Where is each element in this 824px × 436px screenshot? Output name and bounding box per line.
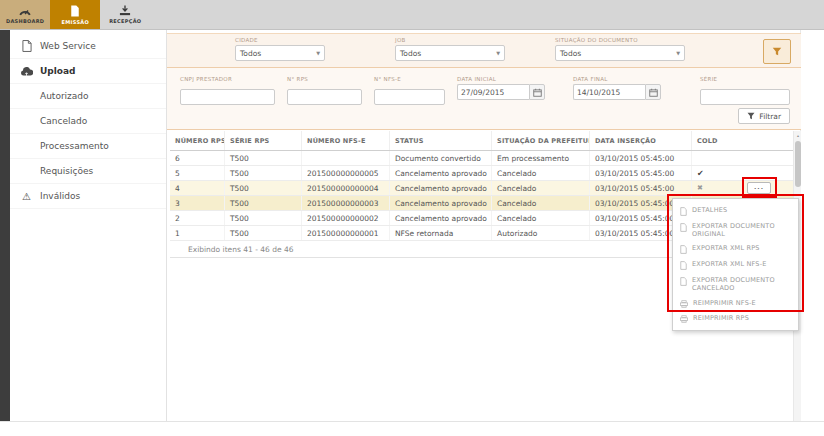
cell-situacao-prefeitura: Cancelado xyxy=(492,196,590,210)
sidebar-item-label: Web Service xyxy=(40,41,96,51)
col-serie-rps: SÉRIE RPS xyxy=(225,131,302,150)
cell-status: Cancelamento aprovado xyxy=(390,211,492,225)
cold-check-icon: ✔ xyxy=(692,166,793,180)
table-row[interactable]: 4 T500 201500000000004 Cancelamento apro… xyxy=(170,181,793,196)
cell-data-insercao: 03/10/2015 05:45:00 xyxy=(590,166,692,180)
table-header: NÚMERO RPS SÉRIE RPS NÚMERO NFS-E STATUS… xyxy=(170,131,793,151)
situacao-documento-label: SITUAÇÃO DO DOCUMENTO xyxy=(555,37,685,43)
job-select[interactable]: Todos ▼ xyxy=(395,45,505,61)
cnpj-prestador-label: CNPJ PRESTADOR xyxy=(180,76,275,82)
sidebar-item-autorizado[interactable]: Autorizado xyxy=(10,84,166,109)
cell-data-insercao: 03/10/2015 05:45:00 xyxy=(590,181,692,195)
cell-cold xyxy=(692,151,793,165)
cell-numero-nfse xyxy=(302,151,390,165)
tab-emissao[interactable]: EMISSÃO xyxy=(50,0,100,29)
table-row[interactable]: 6 T500 Documento convertido Em processam… xyxy=(170,151,793,166)
numero-rps-input[interactable] xyxy=(287,89,362,105)
warning-icon: ⚠ xyxy=(20,191,33,202)
cidade-select[interactable]: Todos ▼ xyxy=(235,45,325,61)
sidebar-item-upload[interactable]: Upload xyxy=(10,59,166,84)
nfse-app: DASHBOARD EMISSÃO RECEPÇÃO Web Service U… xyxy=(0,0,824,436)
situacao-documento-select[interactable]: Todos ▼ xyxy=(555,45,685,61)
filter-panel: CNPJ PRESTADOR N° RPS N° NFS-E DATA INIC… xyxy=(167,68,801,130)
app-bottom-border xyxy=(0,421,824,422)
job-select-value: Todos xyxy=(400,49,421,58)
col-situacao-prefeitura: SITUAÇÃO DA PREFEITURA xyxy=(492,131,590,150)
cell-situacao-prefeitura: Cancelado xyxy=(492,181,590,195)
left-edge-strip xyxy=(0,30,10,421)
cell-numero-rps: 2 xyxy=(170,211,225,225)
numero-nfse-input[interactable] xyxy=(374,89,445,105)
cidade-field: CIDADE Todos ▼ xyxy=(235,37,325,61)
sidebar-item-label: Processamento xyxy=(40,141,109,151)
tab-dashboard[interactable]: DASHBOARD xyxy=(0,0,50,29)
main-content: CIDADE Todos ▼ JOB Todos ▼ SITUAÇÃO DO D… xyxy=(167,30,801,421)
document-icon xyxy=(680,261,687,270)
filter-strip: CIDADE Todos ▼ JOB Todos ▼ SITUAÇÃO DO D… xyxy=(167,33,801,68)
cidade-select-value: Todos xyxy=(240,49,261,58)
menu-item-exportar-xml-rps[interactable]: EXPORTAR XML RPS xyxy=(673,241,798,257)
situacao-documento-field: SITUAÇÃO DO DOCUMENTO Todos ▼ xyxy=(555,37,685,61)
col-status: STATUS xyxy=(390,131,492,150)
cell-numero-rps: 3 xyxy=(170,196,225,210)
row-context-menu: DETALHES EXPORTAR DOCUMENTO ORIGINAL EXP… xyxy=(672,198,799,331)
file-icon xyxy=(20,40,33,52)
cnpj-prestador-input[interactable] xyxy=(180,89,275,105)
cell-serie-rps: T500 xyxy=(225,211,302,225)
topbar: DASHBOARD EMISSÃO RECEPÇÃO xyxy=(0,0,824,30)
sidebar-item-web-service[interactable]: Web Service xyxy=(10,34,166,59)
filtrar-button[interactable]: Filtrar xyxy=(738,108,790,124)
menu-item-reimprimir-rps[interactable]: REIMPRIMIR RPS xyxy=(673,311,798,326)
cell-status: Cancelamento aprovado xyxy=(390,196,492,210)
calendar-button[interactable] xyxy=(529,84,545,100)
menu-item-label: REIMPRIMIR RPS xyxy=(693,314,749,322)
data-final-label: DATA FINAL xyxy=(573,76,661,82)
table-row[interactable]: 5 T500 201500000000005 Cancelamento apro… xyxy=(170,166,793,181)
numero-nfse-label: N° NFS-E xyxy=(374,76,445,82)
cell-numero-nfse: 201500000000005 xyxy=(302,166,390,180)
cell-serie-rps: T500 xyxy=(225,181,302,195)
data-inicial-input[interactable] xyxy=(457,84,529,100)
printer-icon xyxy=(680,300,688,308)
printer-icon xyxy=(680,315,688,323)
menu-item-exportar-xml-nfse[interactable]: EXPORTAR XML NFS-E xyxy=(673,257,798,273)
cell-numero-rps: 4 xyxy=(170,181,225,195)
data-inicial-label: DATA INICIAL xyxy=(457,76,545,82)
cell-serie-rps: T500 xyxy=(225,166,302,180)
sidebar-item-label: Inválidos xyxy=(40,191,80,201)
cell-numero-rps: 1 xyxy=(170,226,225,240)
job-field: JOB Todos ▼ xyxy=(395,37,505,61)
sidebar-item-label: Requisições xyxy=(40,166,93,176)
cell-numero-rps: 5 xyxy=(170,166,225,180)
data-inicial-field: DATA INICIAL xyxy=(457,76,545,100)
filtrar-button-label: Filtrar xyxy=(759,112,781,121)
cell-serie-rps: T500 xyxy=(225,226,302,240)
menu-item-label: EXPORTAR XML NFS-E xyxy=(692,260,767,268)
cell-situacao-prefeitura: Autorizado xyxy=(492,226,590,240)
cell-numero-nfse: 201500000000001 xyxy=(302,226,390,240)
cnpj-prestador-field: CNPJ PRESTADOR xyxy=(180,76,275,105)
row-actions-button[interactable]: ••• xyxy=(747,182,771,194)
numero-rps-field: N° RPS xyxy=(287,76,362,105)
sidebar-item-invalidos[interactable]: ⚠ Inválidos xyxy=(10,184,166,209)
sidebar-item-cancelado[interactable]: Cancelado xyxy=(10,109,166,134)
data-final-input[interactable] xyxy=(573,84,645,100)
menu-item-exportar-documento-cancelado[interactable]: EXPORTAR DOCUMENTO CANCELADO xyxy=(673,273,798,295)
sidebar-item-processamento[interactable]: Processamento xyxy=(10,134,166,159)
document-icon xyxy=(680,223,687,232)
menu-item-reimprimir-nfse[interactable]: REIMPRIMIR NFS-E xyxy=(673,296,798,311)
scrollbar-thumb[interactable] xyxy=(795,141,801,187)
sidebar-item-requisicoes[interactable]: Requisições xyxy=(10,159,166,184)
chevron-down-icon: ▼ xyxy=(676,50,680,56)
menu-item-detalhes[interactable]: DETALHES xyxy=(673,203,798,219)
calendar-button[interactable] xyxy=(645,84,661,100)
document-icon xyxy=(680,277,687,286)
cell-situacao-prefeitura: Em processamento xyxy=(492,151,590,165)
tab-dashboard-label: DASHBOARD xyxy=(6,18,44,24)
serie-input[interactable] xyxy=(700,89,790,105)
tab-recepcao[interactable]: RECEPÇÃO xyxy=(100,0,150,29)
scrollbar-up-icon[interactable]: ▴ xyxy=(794,131,802,140)
filter-toggle-button[interactable] xyxy=(763,39,791,64)
menu-item-exportar-documento-original[interactable]: EXPORTAR DOCUMENTO ORIGINAL xyxy=(673,219,798,241)
cloud-upload-icon xyxy=(20,67,33,76)
